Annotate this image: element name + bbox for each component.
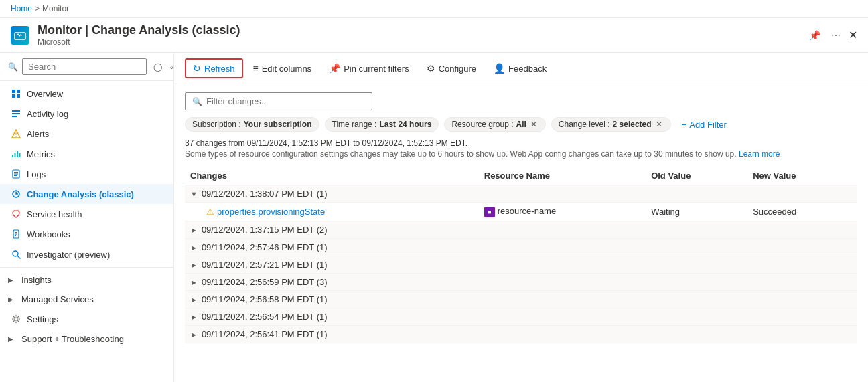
table-row[interactable]: ►09/12/2024, 1:37:15 PM EDT (2) [185, 221, 857, 239]
settings-icon [11, 314, 21, 324]
sidebar-item-service-health[interactable]: Service health [0, 204, 173, 224]
table-row[interactable]: ►09/11/2024, 2:57:21 PM EDT (1) [185, 256, 857, 274]
svg-rect-16 [14, 172, 18, 173]
sidebar-item-label: Insights [21, 275, 163, 285]
sidebar-item-alerts[interactable]: Alerts [0, 124, 173, 144]
sidebar-item-settings[interactable]: Settings [0, 309, 173, 329]
insights-expand-icon: ▶ [8, 276, 13, 284]
filter-tag-value: 2 selected [613, 120, 652, 129]
row-expand-button[interactable]: ► [190, 296, 198, 304]
row-group-label: 09/11/2024, 2:57:21 PM EDT (1) [202, 260, 328, 270]
sidebar-item-label: Activity log [27, 109, 163, 119]
filter-input-wrapper: 🔍 [185, 92, 857, 110]
sidebar-collapse-button[interactable]: ◯ [151, 61, 165, 73]
changes-table: Changes Resource Name Old Value New Valu… [185, 167, 857, 343]
search-icon: 🔍 [8, 62, 18, 72]
edit-columns-icon: ≡ [253, 63, 259, 74]
filter-tag-value: Your subscription [244, 120, 312, 129]
row-expand-button[interactable]: ► [190, 244, 198, 252]
pin-filters-icon: 📌 [329, 63, 340, 74]
configure-label: Configure [439, 64, 476, 74]
sidebar-divider [0, 267, 173, 268]
row-expand-button[interactable]: ► [190, 278, 198, 286]
row-expand-button[interactable]: ► [190, 330, 198, 339]
row-group-label: 09/12/2024, 1:37:15 PM EDT (2) [202, 225, 328, 235]
row-expand-button[interactable]: ► [190, 226, 198, 234]
svg-rect-18 [14, 175, 17, 176]
changes-note: Some types of resource configuration set… [185, 149, 857, 159]
refresh-button[interactable]: ↻ Refresh [185, 58, 243, 78]
add-filter-button[interactable]: + Add Filter [676, 118, 732, 132]
filter-changes-input[interactable] [206, 96, 365, 106]
sidebar-item-logs[interactable]: Logs [0, 164, 173, 184]
configure-icon: ⚙ [427, 63, 435, 74]
breadcrumb-home[interactable]: Home [11, 4, 32, 13]
pin-button[interactable]: 📌 [806, 27, 823, 43]
monitor-logo [11, 26, 29, 45]
sidebar-item-support[interactable]: ▶ Support + Troubleshooting [0, 329, 173, 349]
configure-button[interactable]: ⚙ Configure [419, 59, 484, 78]
sidebar-item-investigator[interactable]: Investigator (preview) [0, 244, 173, 264]
investigator-icon [11, 249, 21, 260]
svg-rect-5 [12, 110, 20, 112]
breadcrumb: Home > Monitor [0, 0, 868, 18]
filter-input-box[interactable]: 🔍 [185, 92, 372, 110]
breadcrumb-separator: > [35, 4, 40, 13]
refresh-label: Refresh [204, 64, 235, 74]
feedback-icon: 👤 [494, 63, 505, 74]
table-row[interactable]: ▼09/12/2024, 1:38:07 PM EDT (1) [185, 185, 857, 203]
learn-more-link[interactable]: Learn more [739, 149, 780, 159]
row-group-label: 09/11/2024, 2:56:58 PM EDT (1) [202, 294, 328, 304]
refresh-icon: ↻ [193, 63, 201, 74]
feedback-button[interactable]: 👤 Feedback [486, 59, 554, 78]
change-property-link[interactable]: properties.provisioningState [217, 207, 325, 217]
row-expand-button[interactable]: ▼ [190, 190, 198, 198]
svg-rect-23 [15, 235, 16, 236]
sidebar-item-change-analysis[interactable]: Change Analysis (classic) [0, 184, 173, 204]
search-input[interactable] [22, 58, 147, 75]
filter-tag-remove-changelevel[interactable]: ✕ [654, 120, 664, 129]
row-expand-button[interactable]: ► [190, 261, 198, 269]
filter-tag-remove-resourcegroup[interactable]: ✕ [529, 120, 538, 129]
sidebar-item-label: Managed Services [21, 294, 163, 304]
add-filter-icon: + [682, 120, 687, 130]
table-row[interactable]: ►09/11/2024, 2:56:58 PM EDT (1) [185, 291, 857, 308]
sidebar-item-insights[interactable]: ▶ Insights [0, 270, 173, 290]
sidebar-item-label: Metrics [27, 149, 163, 159]
sidebar-item-activity-log[interactable]: Activity log [0, 104, 173, 124]
sidebar-item-label: Alerts [27, 129, 163, 139]
filter-tag-key: Change level : [559, 120, 610, 129]
sidebar-toggle-button[interactable]: « [167, 61, 174, 73]
svg-rect-12 [15, 153, 16, 157]
sidebar-item-label: Support + Troubleshooting [21, 334, 163, 344]
table-row[interactable]: ►09/11/2024, 2:56:54 PM EDT (1) [185, 308, 857, 326]
filter-tag-resourcegroup: Resource group : All ✕ [444, 117, 545, 132]
col-resource-name: Resource Name [479, 167, 646, 185]
pin-filters-button[interactable]: 📌 Pin current filters [321, 59, 417, 78]
logs-icon [11, 169, 21, 179]
table-row[interactable]: ►09/11/2024, 2:57:46 PM EDT (1) [185, 239, 857, 256]
filter-tag-key: Subscription : [192, 120, 241, 129]
table-row[interactable]: ►09/11/2024, 2:56:59 PM EDT (3) [185, 274, 857, 291]
resource-name: resource-name [498, 206, 556, 216]
filter-tag-changelevel: Change level : 2 selected ✕ [551, 117, 671, 132]
table-row[interactable]: ►09/11/2024, 2:56:41 PM EDT (1) [185, 326, 857, 343]
more-button[interactable]: ⋯ [828, 27, 843, 43]
sidebar-item-managed-services[interactable]: ▶ Managed Services [0, 290, 173, 309]
changes-summary: 37 changes from 09/11/2024, 1:52:13 PM E… [185, 138, 857, 148]
row-expand-button[interactable]: ► [190, 313, 198, 321]
filter-search-icon: 🔍 [192, 97, 202, 106]
workbooks-icon [11, 229, 21, 240]
close-button[interactable]: ✕ [849, 29, 857, 41]
support-expand-icon: ▶ [8, 335, 13, 343]
table-row: ⚠properties.provisioningState■resource-n… [185, 203, 857, 221]
header-actions: 📌 ⋯ ✕ [806, 27, 857, 43]
svg-rect-1 [12, 90, 15, 93]
sidebar-item-workbooks[interactable]: Workbooks [0, 224, 173, 244]
sidebar-item-overview[interactable]: Overview [0, 84, 173, 104]
sidebar-item-label: Workbooks [27, 229, 163, 240]
edit-columns-button[interactable]: ≡ Edit columns [246, 59, 319, 78]
svg-rect-21 [15, 232, 17, 233]
sidebar-item-metrics[interactable]: Metrics [0, 144, 173, 164]
svg-rect-13 [17, 151, 18, 157]
